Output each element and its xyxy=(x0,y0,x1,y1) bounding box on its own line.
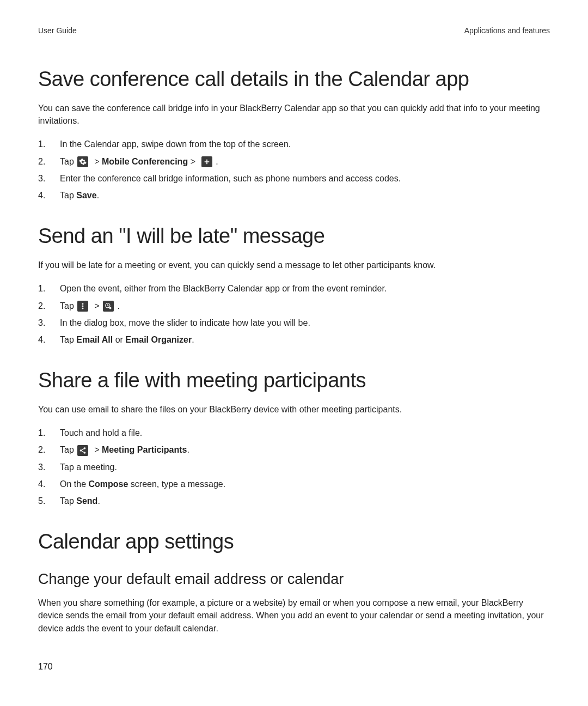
step: Tap > . xyxy=(38,299,550,313)
section1-title: Save conference call details in the Cale… xyxy=(38,68,550,91)
late-clock-icon xyxy=(103,301,114,312)
step: Tap Send. xyxy=(38,494,550,508)
section3-title: Share a file with meeting participants xyxy=(38,369,550,392)
step: Tap > Meeting Participants. xyxy=(38,442,550,457)
step: Touch and hold a file. xyxy=(38,425,550,440)
section1-intro: You can save the conference call bridge … xyxy=(38,102,550,127)
svg-point-1 xyxy=(82,306,83,307)
page-number: 170 xyxy=(38,662,550,672)
step: Open the event, either from the BlackBer… xyxy=(38,281,550,296)
section1-steps: In the Calendar app, swipe down from the… xyxy=(38,137,550,203)
section2-intro: If you will be late for a meeting or eve… xyxy=(38,259,550,271)
step: Tap Email All or Email Organizer. xyxy=(38,332,550,347)
step: Tap > Mobile Conferencing > . xyxy=(38,154,550,169)
svg-point-4 xyxy=(109,307,112,309)
section4-body: When you share something (for example, a… xyxy=(38,597,550,635)
page-header: User Guide Applications and features xyxy=(38,26,550,35)
plus-icon xyxy=(201,156,212,167)
section4-title: Calendar app settings xyxy=(38,530,550,553)
header-left: User Guide xyxy=(38,26,77,35)
header-right: Applications and features xyxy=(464,26,550,35)
settings-gear-icon xyxy=(77,156,88,167)
step: In the Calendar app, swipe down from the… xyxy=(38,137,550,151)
svg-point-2 xyxy=(82,308,83,309)
svg-point-0 xyxy=(82,303,83,305)
step: Enter the conference call bridge informa… xyxy=(38,171,550,186)
section4-subtitle: Change your default email address or cal… xyxy=(38,571,550,588)
section3-intro: You can use email to share the files on … xyxy=(38,403,550,416)
step: Tap Save. xyxy=(38,188,550,203)
step: Tap a meeting. xyxy=(38,460,550,474)
step: In the dialog box, move the slider to in… xyxy=(38,315,550,330)
share-icon xyxy=(77,445,88,456)
section3-steps: Touch and hold a file. Tap > Meeting Par… xyxy=(38,425,550,508)
overflow-menu-icon xyxy=(77,301,88,312)
page: User Guide Applications and features Sav… xyxy=(0,0,588,693)
step: On the Compose screen, type a message. xyxy=(38,477,550,491)
section2-steps: Open the event, either from the BlackBer… xyxy=(38,281,550,347)
section2-title: Send an "I will be late" message xyxy=(38,224,550,248)
